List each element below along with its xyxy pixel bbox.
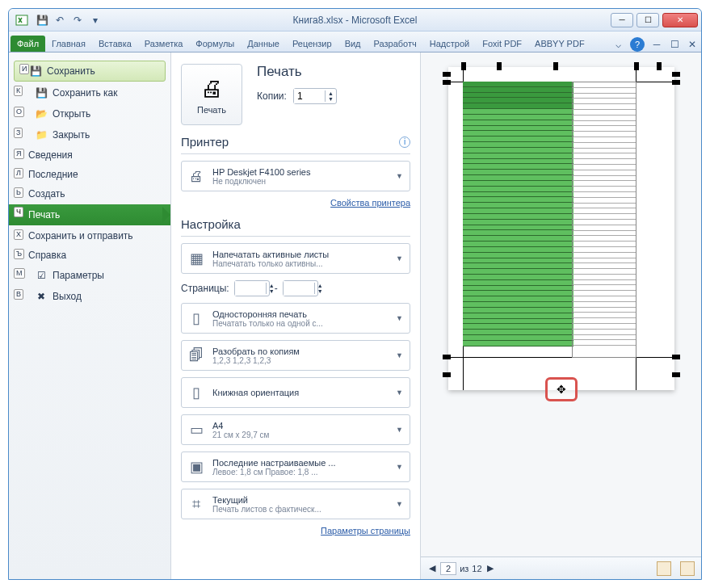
window-maximize-button[interactable]: ☐ xyxy=(636,13,659,27)
nav-options[interactable]: М☑Параметры xyxy=(9,266,170,285)
close-doc-icon: 📁 xyxy=(35,128,48,141)
copies-up-icon[interactable]: ▲ xyxy=(326,90,336,96)
doc-restore-icon[interactable]: ☐ xyxy=(667,37,682,52)
page-setup-link[interactable]: Параметры страницы xyxy=(181,526,410,536)
tab-addins[interactable]: Надстрой xyxy=(423,36,476,52)
nav-print[interactable]: ЧПечать xyxy=(9,204,170,225)
orientation-select[interactable]: ▯ Книжная ориентация ▼ xyxy=(181,377,410,408)
scaling-icon: ⌗ xyxy=(185,493,208,515)
nav-help[interactable]: ЪСправка xyxy=(9,246,170,264)
copies-label: Копии: xyxy=(257,90,287,102)
margin-handle[interactable] xyxy=(461,62,466,70)
margin-handle[interactable] xyxy=(672,72,680,77)
tab-file[interactable]: Файл xyxy=(11,36,45,52)
nav-open[interactable]: О📂Открыть xyxy=(9,104,170,124)
qat-save-icon[interactable]: 💾 xyxy=(35,13,49,27)
save-icon: 💾 xyxy=(29,65,42,78)
qat-undo-icon[interactable]: ↶ xyxy=(53,13,67,27)
pages-to-input[interactable] xyxy=(284,281,314,296)
tab-developer[interactable]: Разработч xyxy=(368,36,423,52)
nav-close[interactable]: З📁Закрыть xyxy=(9,125,170,145)
chevron-down-icon: ▼ xyxy=(393,500,406,508)
pages-from-input[interactable] xyxy=(235,281,266,296)
tab-layout[interactable]: Разметка xyxy=(138,36,190,52)
pages-from-spinner[interactable]: ▲▼ xyxy=(234,280,270,296)
printer-section-heading: Принтер xyxy=(181,135,229,149)
tab-home[interactable]: Главная xyxy=(45,36,92,52)
window-close-button[interactable]: ✕ xyxy=(662,13,698,27)
doc-minimize-icon[interactable]: ─ xyxy=(649,37,664,52)
tab-abbyy[interactable]: ABBYY PDF xyxy=(528,36,591,52)
nav-save-as[interactable]: К💾Сохранить как xyxy=(9,83,170,103)
nav-save[interactable]: И💾Сохранить xyxy=(14,61,166,82)
tab-data[interactable]: Данные xyxy=(241,36,286,52)
nav-exit[interactable]: В✖Выход xyxy=(9,287,170,306)
print-button[interactable]: 🖨 Печать xyxy=(181,64,242,125)
margin-handle[interactable] xyxy=(443,80,451,85)
copies-down-icon[interactable]: ▼ xyxy=(326,96,336,102)
margin-handle[interactable] xyxy=(443,372,451,377)
excel-app-icon xyxy=(15,14,28,27)
preview-prev-button[interactable]: ◀ xyxy=(427,563,437,573)
chevron-down-icon: ▼ xyxy=(393,463,406,471)
nav-new[interactable]: ЬСоздать xyxy=(9,185,170,203)
open-icon: 📂 xyxy=(35,107,48,120)
qat-redo-icon[interactable]: ↷ xyxy=(70,13,85,27)
copies-spinner[interactable]: ▲▼ xyxy=(293,88,337,104)
printer-properties-link[interactable]: Свойства принтера xyxy=(181,198,410,208)
qat-dropdown-icon[interactable]: ▾ xyxy=(88,13,103,27)
print-preview-page: ✥ xyxy=(448,67,674,390)
collate-icon: 🗐 xyxy=(185,344,208,367)
margin-handle[interactable] xyxy=(443,355,451,359)
show-margins-button[interactable] xyxy=(657,561,671,576)
tab-review[interactable]: Рецензир xyxy=(286,36,338,52)
nav-recent[interactable]: ЛПоследние xyxy=(9,166,170,183)
help-icon[interactable]: ? xyxy=(630,37,645,52)
margin-handle[interactable] xyxy=(672,80,680,85)
tab-view[interactable]: Вид xyxy=(338,36,368,52)
paper-size-select[interactable]: ▭ A421 см x 29,7 см ▼ xyxy=(181,414,410,445)
copies-input[interactable] xyxy=(294,89,325,103)
preview-page-input[interactable]: 2 xyxy=(440,562,456,575)
print-what-select[interactable]: ▦ Напечатать активные листыНапечатать то… xyxy=(181,243,410,274)
preview-page-total: 12 xyxy=(472,564,481,573)
printer-icon: 🖨 xyxy=(200,75,223,102)
chevron-down-icon: ▼ xyxy=(393,388,406,397)
chevron-down-icon: ▼ xyxy=(393,254,406,262)
chevron-down-icon: ▼ xyxy=(393,172,406,180)
pages-to-spinner[interactable]: ▲▼ xyxy=(283,280,318,296)
save-as-icon: 💾 xyxy=(35,86,48,99)
printer-info-icon[interactable]: i xyxy=(399,136,410,148)
sides-select[interactable]: ▯ Односторонняя печатьПечатать только на… xyxy=(181,303,410,334)
chevron-down-icon: ▼ xyxy=(393,314,406,322)
printer-select[interactable]: 🖨 HP Deskjet F4100 seriesНе подключен ▼ xyxy=(181,161,410,191)
margins-icon: ▣ xyxy=(185,456,208,478)
margin-handle[interactable] xyxy=(497,62,502,70)
margin-handle[interactable] xyxy=(672,372,680,377)
scaling-select[interactable]: ⌗ ТекущийПечать листов с фактическ... ▼ xyxy=(181,489,410,519)
tab-insert[interactable]: Вставка xyxy=(92,36,138,52)
margins-select[interactable]: ▣ Последние настраиваемые ...Левое: 1,8 … xyxy=(181,452,410,482)
preview-next-button[interactable]: ▶ xyxy=(485,563,495,573)
margin-handle[interactable] xyxy=(657,62,662,70)
collate-select[interactable]: 🗐 Разобрать по копиям1,2,3 1,2,3 1,2,3 ▼ xyxy=(181,340,410,371)
tab-foxit[interactable]: Foxit PDF xyxy=(476,36,528,52)
margin-handle[interactable] xyxy=(672,355,680,359)
options-icon: ☑ xyxy=(35,269,48,282)
paper-icon: ▭ xyxy=(185,418,208,441)
margin-drag-cursor-icon[interactable]: ✥ xyxy=(545,377,578,401)
svg-rect-0 xyxy=(16,15,27,25)
margin-handle[interactable] xyxy=(634,62,639,70)
nav-share[interactable]: ХСохранить и отправить xyxy=(9,227,170,245)
print-heading: Печать xyxy=(257,64,337,80)
margin-handle[interactable] xyxy=(443,72,451,77)
tab-formulas[interactable]: Формулы xyxy=(189,36,241,52)
ribbon-minimize-icon[interactable]: ⌵ xyxy=(611,37,625,52)
nav-info[interactable]: ЯСведения xyxy=(9,146,170,164)
doc-close-icon[interactable]: ✕ xyxy=(685,37,699,52)
zoom-to-page-button[interactable] xyxy=(680,561,695,576)
pages-label: Страницы: xyxy=(181,283,229,294)
window-minimize-button[interactable]: ─ xyxy=(611,13,633,27)
exit-icon: ✖ xyxy=(35,290,48,303)
margin-handle[interactable] xyxy=(553,62,558,70)
